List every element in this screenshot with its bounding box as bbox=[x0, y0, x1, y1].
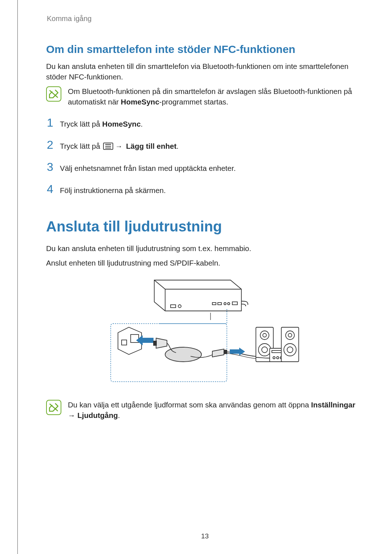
step-2-pre: Tryck lätt på bbox=[60, 142, 102, 150]
svg-rect-17 bbox=[224, 350, 227, 354]
step-1-pre: Tryck lätt på bbox=[60, 120, 102, 128]
note-audio-bold2: Ljudutgång bbox=[77, 411, 118, 419]
svg-rect-3 bbox=[171, 305, 176, 308]
note-audio-output: Du kan välja ett utgående ljudformat som… bbox=[46, 400, 364, 420]
step-1-text: Tryck lätt på HomeSync. bbox=[60, 119, 143, 130]
step-1-post: . bbox=[141, 120, 143, 128]
step-4: 4 Följ instruktionerna på skärmen. bbox=[46, 182, 364, 196]
step-1: 1 Tryck lätt på HomeSync. bbox=[46, 116, 364, 130]
note-bluetooth: Om Bluetooth-funktionen på din smarttele… bbox=[46, 86, 364, 107]
note-audio-text: Du kan välja ett utgående ljudformat som… bbox=[68, 400, 364, 420]
svg-rect-5 bbox=[212, 303, 216, 305]
note-audio-pre: Du kan välja ett utgående ljudformat som… bbox=[68, 401, 311, 409]
breadcrumb: Komma igång bbox=[47, 15, 364, 23]
arrow-icon: → bbox=[115, 142, 123, 150]
svg-point-8 bbox=[228, 303, 230, 305]
note-text-post: -programmet startas. bbox=[159, 98, 228, 106]
steps-list: 1 Tryck lätt på HomeSync. 2 Tryck lätt p… bbox=[46, 116, 364, 196]
svg-rect-15 bbox=[154, 341, 156, 345]
note-icon bbox=[46, 86, 61, 102]
manual-page: Komma igång Om din smarttelefon inte stö… bbox=[17, 0, 392, 554]
step-3-text: Välj enhetsnamnet från listan med upptäc… bbox=[60, 163, 236, 174]
step-2-text: Tryck lätt på → Lägg till enhet. bbox=[60, 141, 179, 152]
svg-rect-13 bbox=[143, 338, 154, 343]
svg-point-7 bbox=[224, 303, 226, 305]
step-number: 4 bbox=[46, 182, 54, 196]
nfc-intro-text: Du kan ansluta enheten till din smarttel… bbox=[46, 61, 364, 82]
svg-point-4 bbox=[178, 305, 181, 308]
svg-marker-14 bbox=[136, 335, 143, 345]
note-audio-bold1: Inställningar bbox=[311, 401, 355, 409]
note-audio-post: . bbox=[118, 411, 120, 419]
audio-p1: Du kan ansluta enheten till ljudutrustni… bbox=[46, 243, 364, 254]
audio-p2: Anslut enheten till ljudutrustning med S… bbox=[46, 258, 364, 268]
note-audio-arrow: → bbox=[68, 411, 77, 419]
step-number: 3 bbox=[46, 160, 54, 174]
page-number: 13 bbox=[18, 532, 392, 540]
menu-icon bbox=[103, 143, 113, 150]
step-2-post: . bbox=[176, 142, 179, 150]
note-bluetooth-text: Om Bluetooth-funktionen på din smarttele… bbox=[68, 86, 364, 107]
spdif-illustration bbox=[46, 276, 364, 389]
step-3: 3 Välj enhetsnamnet från listan med uppt… bbox=[46, 160, 364, 174]
svg-rect-30 bbox=[281, 327, 299, 362]
section-nfc-title: Om din smarttelefon inte stöder NFC-funk… bbox=[46, 43, 364, 56]
svg-rect-9 bbox=[232, 302, 237, 305]
svg-rect-18 bbox=[230, 349, 239, 354]
step-2-bold: Lägg till enhet bbox=[126, 142, 176, 150]
svg-rect-12 bbox=[122, 340, 127, 345]
step-2: 2 Tryck lätt på → Lägg till enhet. bbox=[46, 138, 364, 152]
note-text-bold: HomeSync bbox=[121, 98, 159, 106]
section-audio-title: Ansluta till ljudutrustning bbox=[46, 218, 364, 235]
step-number: 2 bbox=[46, 138, 54, 152]
step-4-text: Följ instruktionerna på skärmen. bbox=[60, 185, 166, 196]
note-icon bbox=[46, 400, 61, 415]
svg-rect-6 bbox=[218, 303, 221, 305]
step-number: 1 bbox=[46, 116, 54, 130]
step-1-bold: HomeSync bbox=[102, 120, 141, 128]
